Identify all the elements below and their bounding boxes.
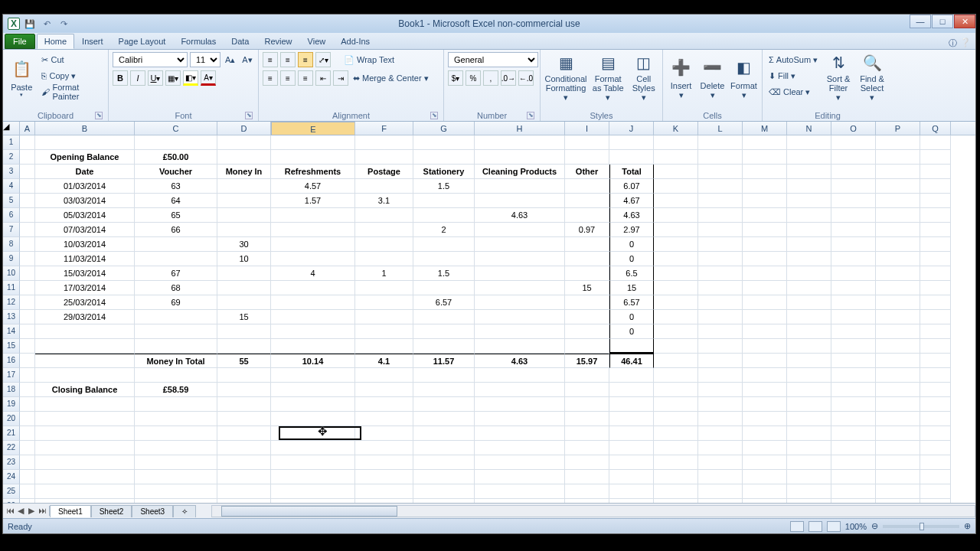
cell[interactable] [787,354,831,368]
cell[interactable] [355,412,413,426]
cell[interactable]: 03/03/2014 [35,194,135,208]
cell[interactable] [743,412,787,426]
cell[interactable] [787,310,831,324]
cell[interactable] [217,324,271,339]
cell[interactable] [609,470,654,484]
conditional-formatting-button[interactable]: ▦Conditional Formatting▾ [544,52,587,103]
cell[interactable] [355,499,413,503]
cell[interactable] [920,252,951,266]
cell[interactable] [271,223,355,237]
row-header[interactable]: 19 [3,397,20,412]
cell[interactable] [217,412,271,426]
page-layout-view-button[interactable] [808,521,822,532]
cell[interactable] [20,165,35,179]
cell[interactable] [654,194,698,208]
cell[interactable] [876,412,920,426]
row-header[interactable]: 23 [3,455,20,470]
cell[interactable]: 4 [271,266,355,281]
cell[interactable] [565,455,609,470]
cell[interactable]: 68 [135,281,217,295]
underline-button[interactable]: U▾ [148,70,163,86]
cell[interactable]: 0.97 [565,223,609,237]
tab-formulas[interactable]: Formulas [173,34,224,49]
cell[interactable] [609,412,654,426]
cell[interactable] [475,237,565,252]
cell[interactable] [271,281,355,295]
cell[interactable]: Date [35,165,135,179]
cell[interactable] [831,397,876,412]
cell[interactable] [20,266,35,281]
cell[interactable] [475,339,565,354]
cell[interactable] [217,339,271,354]
col-header[interactable]: Q [920,122,951,135]
cell[interactable] [413,383,475,397]
cell[interactable] [475,441,565,455]
cell[interactable] [698,165,743,179]
cell[interactable] [876,135,920,150]
cell[interactable] [654,412,698,426]
cell[interactable] [355,470,413,484]
cell[interactable] [475,383,565,397]
cell[interactable] [20,295,35,310]
cell[interactable] [743,426,787,441]
cell[interactable] [654,252,698,266]
cell[interactable]: 1.57 [271,194,355,208]
cell[interactable]: 65 [135,208,217,223]
cell[interactable] [698,252,743,266]
cell[interactable] [787,266,831,281]
cell[interactable] [565,295,609,310]
cell[interactable] [876,324,920,339]
cell[interactable] [654,165,698,179]
row-header[interactable]: 3 [3,165,20,179]
cell[interactable] [271,339,355,354]
cell[interactable] [217,397,271,412]
cell[interactable] [831,368,876,383]
cell[interactable] [355,426,413,441]
cell[interactable]: 6.07 [609,179,654,194]
cell[interactable] [698,499,743,503]
cell[interactable] [217,383,271,397]
row-header[interactable]: 25 [3,484,20,499]
select-all-corner[interactable]: ◢ [3,122,20,135]
cell[interactable] [271,310,355,324]
cell[interactable] [787,179,831,194]
cell[interactable] [565,368,609,383]
cell[interactable] [413,484,475,499]
cell[interactable] [413,470,475,484]
cell[interactable] [743,310,787,324]
cell[interactable] [20,252,35,266]
clear-button[interactable]: ⌫ Clear ▾ [766,84,820,99]
cell[interactable] [475,484,565,499]
cell[interactable] [920,339,951,354]
cell[interactable] [920,455,951,470]
cell[interactable] [743,368,787,383]
cell[interactable] [920,383,951,397]
cell[interactable] [271,499,355,503]
row-header[interactable]: 2 [3,150,20,165]
cell[interactable]: 0 [609,324,654,339]
cell[interactable] [355,179,413,194]
clipboard-dialog-icon[interactable]: ⬊ [95,112,103,119]
cell[interactable]: 15 [217,310,271,324]
row-header[interactable]: 16 [3,354,20,368]
cell[interactable] [698,208,743,223]
cell[interactable] [217,135,271,150]
cell[interactable] [135,412,217,426]
cell[interactable] [475,412,565,426]
cell[interactable] [20,441,35,455]
autosum-button[interactable]: Σ AutoSum ▾ [766,52,820,67]
cell[interactable] [609,426,654,441]
cell[interactable] [920,368,951,383]
cell[interactable] [565,266,609,281]
cell[interactable] [20,208,35,223]
maximize-button[interactable]: □ [932,15,953,28]
cell[interactable] [787,455,831,470]
cell[interactable]: £50.00 [135,150,217,165]
cell[interactable] [787,237,831,252]
cell[interactable]: 64 [135,194,217,208]
cell[interactable] [876,397,920,412]
cell[interactable]: 69 [135,295,217,310]
cell[interactable] [876,310,920,324]
cell[interactable] [920,266,951,281]
row-header[interactable]: 14 [3,324,20,339]
